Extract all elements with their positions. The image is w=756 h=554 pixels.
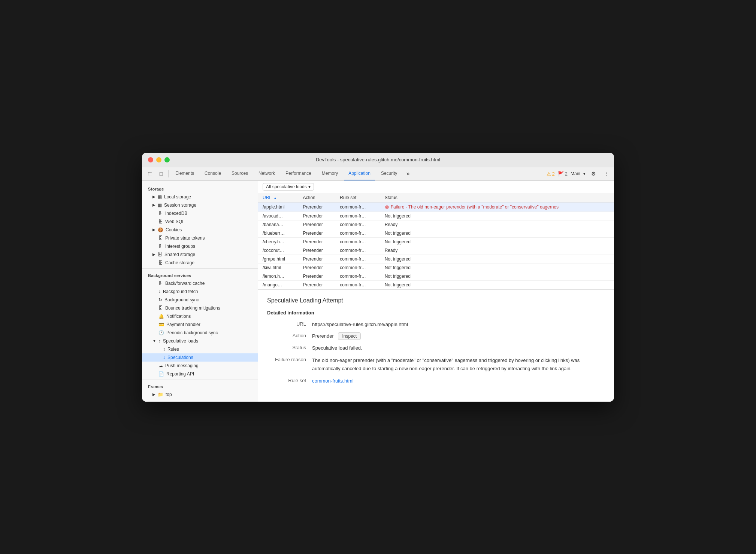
warning-badge[interactable]: ⚠ 2 xyxy=(547,171,555,177)
sidebar-item-label: Cookies xyxy=(166,227,182,232)
col-ruleset[interactable]: Rule set xyxy=(335,193,380,203)
close-button[interactable] xyxy=(148,157,153,162)
sidebar-item-label: Cache storage xyxy=(165,260,194,265)
cell-status: Not triggered xyxy=(380,237,614,246)
cursor-icon[interactable]: ⬚ xyxy=(145,169,155,179)
failure-reason-label: Failure reason xyxy=(267,356,312,362)
sidebar-divider-2 xyxy=(142,380,258,380)
clock-icon: 🕐 xyxy=(158,330,164,335)
table-row[interactable]: /apple.htmlPrerendercommon-fr…⊗Failure -… xyxy=(258,202,614,211)
sidebar-item-label: top xyxy=(166,392,172,397)
main-dropdown-icon[interactable]: ▾ xyxy=(583,171,586,176)
tab-application[interactable]: Application xyxy=(344,167,375,180)
table-row[interactable]: /cherry.h…Prerendercommon-fr…Not trigger… xyxy=(258,237,614,246)
col-action[interactable]: Action xyxy=(298,193,335,203)
main-layout: Storage ▶ ▦ Local storage ▶ ▦ Session st… xyxy=(142,181,614,402)
sidebar-item-rules[interactable]: ↕ Rules xyxy=(142,345,258,353)
sidebar-item-label: Background fetch xyxy=(163,289,198,294)
cell-status: Not triggered xyxy=(380,272,614,280)
tab-memory[interactable]: Memory xyxy=(317,167,342,180)
error-icon: ⊗ xyxy=(385,204,389,210)
sidebar-item-speculations[interactable]: ↕ Speculations xyxy=(142,353,258,362)
cell-status: Ready xyxy=(380,246,614,255)
col-status[interactable]: Status xyxy=(380,193,614,203)
storage-section-title: Storage xyxy=(142,184,258,193)
detail-url-row: URL https://speculative-rules.glitch.me/… xyxy=(267,321,605,328)
minimize-button[interactable] xyxy=(156,157,161,162)
settings-icon[interactable]: ⚙ xyxy=(589,169,598,179)
sidebar-item-private-state-tokens[interactable]: 🗄 Private state tokens xyxy=(142,234,258,242)
tab-console[interactable]: Console xyxy=(200,167,226,180)
cell-ruleset: common-fr… xyxy=(335,255,380,263)
detail-status-row: Status Speculative load failed. xyxy=(267,344,605,352)
sidebar-item-label: Push messaging xyxy=(165,363,199,368)
sidebar-item-interest-groups[interactable]: 🗄 Interest groups xyxy=(142,242,258,250)
arrow-expanded-icon: ▼ xyxy=(152,339,156,343)
tab-sources[interactable]: Sources xyxy=(227,167,252,180)
detail-panel: Speculative Loading Attempt Detailed inf… xyxy=(258,290,614,402)
sidebar-item-notifications[interactable]: 🔔 Notifications xyxy=(142,312,258,320)
tab-performance[interactable]: Performance xyxy=(281,167,316,180)
sidebar-item-payment-handler[interactable]: 💳 Payment handler xyxy=(142,320,258,329)
rule-set-label: Rule set xyxy=(267,377,312,383)
sidebar-item-label: Bounce tracking mitigations xyxy=(165,305,220,311)
more-tabs-icon[interactable]: » xyxy=(403,169,413,179)
col-url[interactable]: URL ▲ xyxy=(258,193,298,203)
filter-label: All speculative loads xyxy=(266,184,307,189)
sidebar-item-cookies[interactable]: ▶ 🍪 Cookies xyxy=(142,226,258,234)
sidebar-item-back-forward-cache[interactable]: 🗄 Back/forward cache xyxy=(142,279,258,287)
sidebar-item-label: Reporting API xyxy=(166,371,194,377)
arrow-icon: ▶ xyxy=(152,228,155,232)
cell-status: ⊗Failure - The old non-eager prerender (… xyxy=(380,202,614,211)
detail-title: Speculative Loading Attempt xyxy=(267,297,605,304)
sidebar-item-reporting-api[interactable]: 📄 Reporting API xyxy=(142,370,258,378)
sidebar-item-background-fetch[interactable]: ↕ Background fetch xyxy=(142,287,258,296)
window-title: DevTools - speculative-rules.glitch.me/c… xyxy=(316,157,440,162)
table-row[interactable]: /blueberr…Prerendercommon-fr…Not trigger… xyxy=(258,229,614,237)
more-options-icon[interactable]: ⋮ xyxy=(601,169,611,179)
sidebar-item-indexeddb[interactable]: 🗄 IndexedDB xyxy=(142,209,258,217)
table-row[interactable]: /banana…Prerendercommon-fr…Ready xyxy=(258,220,614,229)
sidebar-item-web-sql[interactable]: 🗄 Web SQL xyxy=(142,217,258,226)
rule-set-link[interactable]: common-fruits.html xyxy=(312,378,354,384)
sidebar-item-top[interactable]: ▶ 📁 top xyxy=(142,390,258,399)
tab-security[interactable]: Security xyxy=(377,167,402,180)
titlebar: DevTools - speculative-rules.glitch.me/c… xyxy=(142,153,614,167)
error-badge[interactable]: 🚩 2 xyxy=(558,171,568,177)
sidebar-item-cache-storage[interactable]: 🗄 Cache storage xyxy=(142,259,258,267)
device-icon[interactable]: □ xyxy=(156,169,166,179)
sidebar-item-local-storage[interactable]: ▶ ▦ Local storage xyxy=(142,193,258,201)
tab-elements[interactable]: Elements xyxy=(171,167,199,180)
table-row[interactable]: /mango…Prerendercommon-fr…Not triggered xyxy=(258,280,614,289)
arrow-icon: ▶ xyxy=(152,252,155,256)
table-row[interactable]: /avocad…Prerendercommon-fr…Not triggered xyxy=(258,211,614,220)
sidebar-item-label: Rules xyxy=(167,347,179,352)
tab-network[interactable]: Network xyxy=(254,167,279,180)
cell-ruleset: common-fr… xyxy=(335,263,380,272)
grid-icon: ▦ xyxy=(158,203,162,208)
cell-ruleset: common-fr… xyxy=(335,202,380,211)
table-row[interactable]: /kiwi.htmlPrerendercommon-fr…Not trigger… xyxy=(258,263,614,272)
sidebar-item-bounce-tracking[interactable]: 🗄 Bounce tracking mitigations xyxy=(142,304,258,312)
table-row[interactable]: /lemon.h…Prerendercommon-fr…Not triggere… xyxy=(258,272,614,280)
maximize-button[interactable] xyxy=(164,157,170,162)
action-value: Prerender xyxy=(312,333,334,339)
sidebar-item-session-storage[interactable]: ▶ ▦ Session storage xyxy=(142,201,258,209)
cell-action: Prerender xyxy=(298,229,335,237)
detail-section-title: Detailed information xyxy=(267,310,605,316)
table-header-row: URL ▲ Action Rule set Status xyxy=(258,193,614,203)
inspect-button[interactable]: Inspect xyxy=(338,332,361,340)
sidebar: Storage ▶ ▦ Local storage ▶ ▦ Session st… xyxy=(142,181,258,402)
sidebar-item-periodic-bg-sync[interactable]: 🕐 Periodic background sync xyxy=(142,329,258,337)
table-row[interactable]: /grape.htmlPrerendercommon-fr…Not trigge… xyxy=(258,255,614,263)
sidebar-item-background-sync[interactable]: ↻ Background sync xyxy=(142,296,258,304)
sidebar-item-speculative-loads[interactable]: ▼ ↕ Speculative loads xyxy=(142,337,258,345)
filter-select[interactable]: All speculative loads ▾ xyxy=(263,183,314,191)
rule-set-value: common-fruits.html xyxy=(312,377,605,385)
table-row[interactable]: /coconut…Prerendercommon-fr…Ready xyxy=(258,246,614,255)
sidebar-item-push-messaging[interactable]: ☁ Push messaging xyxy=(142,362,258,370)
sidebar-item-shared-storage[interactable]: ▶ 🗄 Shared storage xyxy=(142,250,258,259)
status-error: ⊗Failure - The old non-eager prerender (… xyxy=(385,204,610,210)
cell-url: /avocad… xyxy=(258,211,298,220)
cell-action: Prerender xyxy=(298,220,335,229)
